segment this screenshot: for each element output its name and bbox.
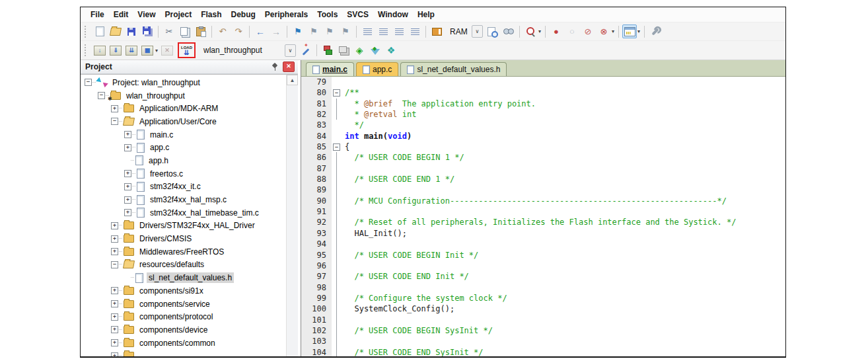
tree-item-main-c[interactable]: +main.c	[81, 128, 286, 141]
expand-toggle[interactable]: +	[111, 339, 118, 346]
expand-toggle[interactable]: +	[124, 170, 131, 177]
collapse-icon[interactable]: −	[333, 89, 340, 97]
insert-breakpoint-button[interactable]: ●	[549, 24, 563, 38]
menu-tools[interactable]: Tools	[312, 10, 342, 19]
tree-scrollbar[interactable]: ▲	[286, 75, 298, 356]
tab-app-c[interactable]: app.c	[356, 62, 398, 76]
undo-button[interactable]: ↶	[215, 24, 230, 38]
start-stop-debug-session-button[interactable]	[523, 24, 538, 38]
uncomment-selection-button[interactable]	[408, 24, 422, 38]
configure-tools-button[interactable]	[648, 24, 663, 38]
menu-peripherals[interactable]: Peripherals	[260, 10, 312, 19]
breakpoints-dropdown[interactable]: ▾	[612, 28, 614, 34]
next-bookmark-button[interactable]: ⚑	[322, 24, 337, 38]
menu-help[interactable]: Help	[413, 10, 439, 19]
navigate-back-button[interactable]: ←	[253, 24, 268, 38]
tree-item-drivers-stm32f4xx-hal-driver[interactable]: +Drivers/STM32F4xx_HAL_Driver	[81, 220, 286, 233]
expand-toggle[interactable]: +	[124, 144, 131, 151]
save-button[interactable]	[124, 24, 139, 38]
expand-toggle[interactable]: −	[85, 79, 92, 86]
tree-item-resources-defaults[interactable]: −resources/defaults	[81, 259, 286, 272]
disable-all-breakpoints-button[interactable]: ⊘	[581, 24, 595, 38]
menu-window[interactable]: Window	[373, 10, 413, 19]
options-for-target-button[interactable]	[299, 44, 313, 58]
tree-item-application-mdk-arm[interactable]: +Application/MDK-ARM	[81, 102, 286, 115]
tree-item-stm32f4xx-hal-timebase-tim-c[interactable]: +stm32f4xx_hal_timebase_tim.c	[81, 206, 286, 220]
code-area[interactable]: 7980−/**81 * @brief The application entr…	[301, 77, 785, 356]
menu-edit[interactable]: Edit	[109, 10, 133, 19]
paste-button[interactable]	[194, 24, 208, 38]
tree-item-sl-net-default-values-h[interactable]: sl_net_default_values.h	[81, 271, 286, 284]
tab-main-c[interactable]: main.c	[306, 62, 354, 76]
expand-toggle[interactable]: −	[111, 261, 118, 268]
stop-build-button[interactable]: ✕	[160, 44, 174, 58]
load-button[interactable]: LOAD⇊	[178, 42, 196, 58]
tree-item-drivers-cmsis[interactable]: +Drivers/CMSIS	[81, 232, 286, 245]
copy-button[interactable]	[178, 24, 192, 38]
tree-item-project-wlan-throughput[interactable]: −Project: wlan_throughput	[81, 76, 286, 89]
kill-all-breakpoints-button[interactable]: ⊗	[597, 24, 611, 38]
expand-toggle[interactable]: +	[124, 131, 131, 138]
tree-item-stm32f4xx-hal-msp-c[interactable]: +stm32f4xx_hal_msp.c	[81, 193, 286, 206]
comment-selection-button[interactable]	[392, 24, 406, 38]
expand-toggle[interactable]: +	[124, 196, 131, 204]
manage-books-button[interactable]	[336, 44, 351, 58]
expand-toggle[interactable]: −	[111, 118, 118, 125]
debug-session-dropdown[interactable]: ▾	[538, 28, 541, 34]
expand-toggle[interactable]: +	[111, 313, 118, 321]
manage-project-items-button[interactable]	[320, 44, 335, 58]
batch-build-dropdown[interactable]: ▾	[155, 48, 158, 54]
expand-toggle[interactable]: +	[111, 326, 118, 333]
menu-file[interactable]: File	[86, 10, 109, 19]
expand-toggle[interactable]: +	[111, 287, 118, 294]
select-software-packs-button[interactable]	[368, 44, 382, 58]
menu-svcs[interactable]: SVCS	[342, 10, 373, 19]
build-button[interactable]: ⇓	[108, 44, 123, 58]
close-panel-button[interactable]: ✕	[283, 61, 295, 72]
tree-item-app-h[interactable]: app.h	[81, 154, 286, 167]
manage-run-time-environment-button[interactable]: ◈	[352, 44, 367, 58]
fold-toggle[interactable]: −	[332, 141, 342, 152]
scroll-up-button[interactable]: ▲	[287, 75, 298, 85]
new-file-button[interactable]	[92, 24, 107, 38]
expand-toggle[interactable]: +	[111, 235, 118, 243]
search-combobox-dropdown-button[interactable]: ∨	[472, 25, 483, 38]
toggle-bookmark-button[interactable]: ⚑	[291, 24, 305, 38]
find-in-files-button[interactable]	[486, 24, 500, 38]
translate-file-button[interactable]: ↓	[92, 44, 107, 58]
previous-bookmark-button[interactable]: ⚑	[307, 24, 321, 38]
menu-view[interactable]: View	[133, 10, 160, 19]
menu-project[interactable]: Project	[160, 10, 196, 19]
tree-item-components-service[interactable]: +components/service	[81, 298, 286, 311]
expand-toggle[interactable]: +	[124, 183, 131, 190]
rebuild-all-button[interactable]: ⇊	[124, 44, 139, 58]
collapse-icon[interactable]: −	[333, 143, 340, 151]
tree-item-components-protocol[interactable]: +components/protocol	[81, 310, 286, 323]
search-combobox-value[interactable]: RAM	[447, 27, 472, 36]
tree-item-application-user-core[interactable]: −Application/User/Core	[81, 115, 286, 128]
outdent-button[interactable]	[376, 24, 390, 38]
save-all-button[interactable]	[140, 24, 155, 38]
memory-window-dropdown[interactable]: ▾	[637, 28, 640, 34]
tree-item-stm32f4xx-it-c[interactable]: +stm32f4xx_it.c	[81, 181, 286, 194]
expand-toggle[interactable]: +	[111, 222, 118, 229]
find-dialog-button[interactable]	[429, 24, 444, 38]
expand-toggle[interactable]: −	[98, 92, 105, 99]
enable-breakpoint-button[interactable]: ○	[565, 24, 579, 38]
toolbar-grip[interactable]	[85, 26, 89, 38]
clear-bookmarks-button[interactable]: ⚑	[338, 24, 353, 38]
pin-icon[interactable]	[271, 63, 279, 71]
indent-button[interactable]	[360, 24, 375, 38]
pack-installer-button[interactable]: ❖	[384, 44, 398, 58]
open-file-button[interactable]	[108, 24, 123, 38]
redo-button[interactable]: ↷	[231, 24, 246, 38]
batch-build-button[interactable]: ▦	[140, 44, 155, 58]
project-tree[interactable]: −Project: wlan_throughput−wlan_throughpu…	[81, 75, 286, 356]
cut-button[interactable]: ✂	[162, 24, 176, 38]
menu-debug[interactable]: Debug	[227, 10, 260, 19]
tree-item-components-device[interactable]: +components/device	[81, 323, 286, 337]
target-combobox-value[interactable]: wlan_throughput	[200, 46, 285, 55]
tree-item-components-common[interactable]: +components/common	[81, 337, 286, 350]
toolbar-grip[interactable]	[85, 44, 89, 56]
incremental-find-button[interactable]	[501, 24, 516, 38]
